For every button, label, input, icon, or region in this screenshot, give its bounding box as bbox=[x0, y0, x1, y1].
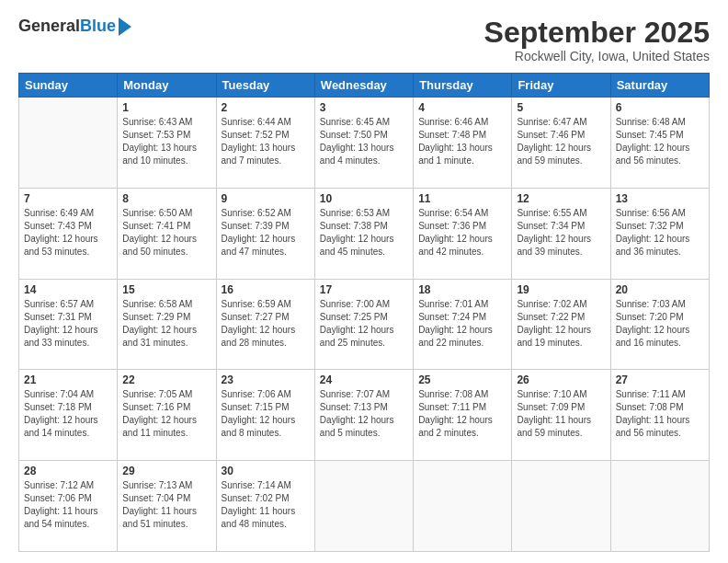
header-monday: Monday bbox=[118, 74, 216, 98]
month-title: September 2025 bbox=[484, 17, 710, 49]
day-info: Sunrise: 6:45 AM Sunset: 7:50 PM Dayligh… bbox=[320, 116, 408, 167]
page: General Blue September 2025 Rockwell Cit… bbox=[0, 0, 728, 563]
day-number: 19 bbox=[517, 283, 605, 296]
day-number: 22 bbox=[122, 373, 210, 386]
table-row: 27Sunrise: 7:11 AM Sunset: 7:08 PM Dayli… bbox=[610, 370, 709, 461]
table-row: 18Sunrise: 7:01 AM Sunset: 7:24 PM Dayli… bbox=[414, 279, 512, 370]
table-row: 29Sunrise: 7:13 AM Sunset: 7:04 PM Dayli… bbox=[118, 461, 216, 552]
day-info: Sunrise: 6:59 AM Sunset: 7:27 PM Dayligh… bbox=[222, 298, 310, 350]
calendar-row: 21Sunrise: 7:04 AM Sunset: 7:18 PM Dayli… bbox=[19, 370, 710, 461]
day-info: Sunrise: 6:48 AM Sunset: 7:45 PM Dayligh… bbox=[616, 116, 704, 167]
day-info: Sunrise: 6:54 AM Sunset: 7:36 PM Dayligh… bbox=[418, 207, 506, 259]
day-number: 25 bbox=[418, 373, 506, 386]
table-row: 20Sunrise: 7:03 AM Sunset: 7:20 PM Dayli… bbox=[610, 279, 709, 370]
day-number: 29 bbox=[122, 465, 210, 477]
table-row: 7Sunrise: 6:49 AM Sunset: 7:43 PM Daylig… bbox=[19, 188, 118, 279]
table-row bbox=[414, 461, 512, 552]
header-sunday: Sunday bbox=[19, 74, 118, 98]
day-number: 7 bbox=[24, 192, 112, 205]
table-row: 11Sunrise: 6:54 AM Sunset: 7:36 PM Dayli… bbox=[414, 188, 512, 279]
day-info: Sunrise: 7:02 AM Sunset: 7:22 PM Dayligh… bbox=[517, 298, 605, 350]
day-info: Sunrise: 7:13 AM Sunset: 7:04 PM Dayligh… bbox=[122, 479, 210, 531]
day-number: 3 bbox=[320, 101, 408, 114]
day-number: 5 bbox=[517, 101, 605, 114]
table-row: 21Sunrise: 7:04 AM Sunset: 7:18 PM Dayli… bbox=[19, 370, 118, 461]
header-saturday: Saturday bbox=[610, 74, 709, 98]
day-number: 14 bbox=[24, 283, 112, 296]
table-row bbox=[512, 461, 610, 552]
day-info: Sunrise: 7:11 AM Sunset: 7:08 PM Dayligh… bbox=[616, 388, 704, 440]
header-wednesday: Wednesday bbox=[314, 74, 413, 98]
calendar-table: Sunday Monday Tuesday Wednesday Thursday… bbox=[18, 73, 710, 552]
day-info: Sunrise: 6:46 AM Sunset: 7:48 PM Dayligh… bbox=[418, 116, 506, 167]
header: General Blue September 2025 Rockwell Cit… bbox=[18, 17, 710, 63]
day-info: Sunrise: 7:01 AM Sunset: 7:24 PM Dayligh… bbox=[418, 298, 506, 350]
day-number: 18 bbox=[418, 283, 506, 296]
table-row: 28Sunrise: 7:12 AM Sunset: 7:06 PM Dayli… bbox=[19, 461, 118, 552]
day-info: Sunrise: 6:56 AM Sunset: 7:32 PM Dayligh… bbox=[616, 207, 704, 259]
calendar-row: 14Sunrise: 6:57 AM Sunset: 7:31 PM Dayli… bbox=[19, 279, 710, 370]
day-info: Sunrise: 6:58 AM Sunset: 7:29 PM Dayligh… bbox=[122, 298, 210, 350]
day-info: Sunrise: 7:12 AM Sunset: 7:06 PM Dayligh… bbox=[24, 479, 112, 531]
table-row: 25Sunrise: 7:08 AM Sunset: 7:11 PM Dayli… bbox=[414, 370, 512, 461]
logo-arrow-icon bbox=[119, 17, 131, 36]
day-number: 1 bbox=[122, 101, 210, 114]
table-row: 13Sunrise: 6:56 AM Sunset: 7:32 PM Dayli… bbox=[610, 188, 709, 279]
day-number: 10 bbox=[320, 192, 408, 205]
day-number: 16 bbox=[222, 283, 310, 296]
logo-blue-text: Blue bbox=[80, 17, 116, 36]
table-row: 17Sunrise: 7:00 AM Sunset: 7:25 PM Dayli… bbox=[314, 279, 413, 370]
table-row: 15Sunrise: 6:58 AM Sunset: 7:29 PM Dayli… bbox=[118, 279, 216, 370]
table-row: 30Sunrise: 7:14 AM Sunset: 7:02 PM Dayli… bbox=[216, 461, 314, 552]
day-number: 27 bbox=[616, 373, 704, 386]
table-row: 14Sunrise: 6:57 AM Sunset: 7:31 PM Dayli… bbox=[19, 279, 118, 370]
day-number: 20 bbox=[616, 283, 704, 296]
day-info: Sunrise: 7:04 AM Sunset: 7:18 PM Dayligh… bbox=[24, 388, 112, 440]
calendar-row: 28Sunrise: 7:12 AM Sunset: 7:06 PM Dayli… bbox=[19, 461, 710, 552]
day-number: 26 bbox=[517, 373, 605, 386]
day-number: 21 bbox=[24, 373, 112, 386]
day-info: Sunrise: 6:44 AM Sunset: 7:52 PM Dayligh… bbox=[222, 116, 310, 167]
table-row bbox=[314, 461, 413, 552]
day-info: Sunrise: 6:53 AM Sunset: 7:38 PM Dayligh… bbox=[320, 207, 408, 259]
location-text: Rockwell City, Iowa, United States bbox=[484, 49, 710, 63]
day-info: Sunrise: 6:52 AM Sunset: 7:39 PM Dayligh… bbox=[222, 207, 310, 259]
header-tuesday: Tuesday bbox=[216, 74, 314, 98]
table-row bbox=[19, 98, 118, 189]
table-row: 10Sunrise: 6:53 AM Sunset: 7:38 PM Dayli… bbox=[314, 188, 413, 279]
table-row: 22Sunrise: 7:05 AM Sunset: 7:16 PM Dayli… bbox=[118, 370, 216, 461]
calendar-row: 1Sunrise: 6:43 AM Sunset: 7:53 PM Daylig… bbox=[19, 98, 710, 189]
day-info: Sunrise: 6:50 AM Sunset: 7:41 PM Dayligh… bbox=[122, 207, 210, 259]
table-row: 9Sunrise: 6:52 AM Sunset: 7:39 PM Daylig… bbox=[216, 188, 314, 279]
title-section: September 2025 Rockwell City, Iowa, Unit… bbox=[484, 17, 710, 63]
table-row: 5Sunrise: 6:47 AM Sunset: 7:46 PM Daylig… bbox=[512, 98, 610, 189]
day-info: Sunrise: 7:00 AM Sunset: 7:25 PM Dayligh… bbox=[320, 298, 408, 350]
table-row: 6Sunrise: 6:48 AM Sunset: 7:45 PM Daylig… bbox=[610, 98, 709, 189]
header-friday: Friday bbox=[512, 74, 610, 98]
day-info: Sunrise: 7:14 AM Sunset: 7:02 PM Dayligh… bbox=[222, 479, 310, 531]
day-info: Sunrise: 6:57 AM Sunset: 7:31 PM Dayligh… bbox=[24, 298, 112, 350]
day-number: 28 bbox=[24, 465, 112, 477]
table-row: 26Sunrise: 7:10 AM Sunset: 7:09 PM Dayli… bbox=[512, 370, 610, 461]
day-number: 15 bbox=[122, 283, 210, 296]
table-row: 8Sunrise: 6:50 AM Sunset: 7:41 PM Daylig… bbox=[118, 188, 216, 279]
day-info: Sunrise: 7:03 AM Sunset: 7:20 PM Dayligh… bbox=[616, 298, 704, 350]
header-thursday: Thursday bbox=[414, 74, 512, 98]
table-row: 3Sunrise: 6:45 AM Sunset: 7:50 PM Daylig… bbox=[314, 98, 413, 189]
weekday-header-row: Sunday Monday Tuesday Wednesday Thursday… bbox=[19, 74, 710, 98]
day-number: 8 bbox=[122, 192, 210, 205]
day-number: 11 bbox=[418, 192, 506, 205]
day-number: 2 bbox=[222, 101, 310, 114]
table-row: 24Sunrise: 7:07 AM Sunset: 7:13 PM Dayli… bbox=[314, 370, 413, 461]
day-number: 4 bbox=[418, 101, 506, 114]
calendar-row: 7Sunrise: 6:49 AM Sunset: 7:43 PM Daylig… bbox=[19, 188, 710, 279]
day-info: Sunrise: 6:55 AM Sunset: 7:34 PM Dayligh… bbox=[517, 207, 605, 259]
day-number: 13 bbox=[616, 192, 704, 205]
table-row: 4Sunrise: 6:46 AM Sunset: 7:48 PM Daylig… bbox=[414, 98, 512, 189]
day-number: 24 bbox=[320, 373, 408, 386]
table-row: 1Sunrise: 6:43 AM Sunset: 7:53 PM Daylig… bbox=[118, 98, 216, 189]
day-number: 12 bbox=[517, 192, 605, 205]
day-info: Sunrise: 7:07 AM Sunset: 7:13 PM Dayligh… bbox=[320, 388, 408, 440]
day-info: Sunrise: 7:05 AM Sunset: 7:16 PM Dayligh… bbox=[122, 388, 210, 440]
day-info: Sunrise: 6:43 AM Sunset: 7:53 PM Dayligh… bbox=[122, 116, 210, 167]
